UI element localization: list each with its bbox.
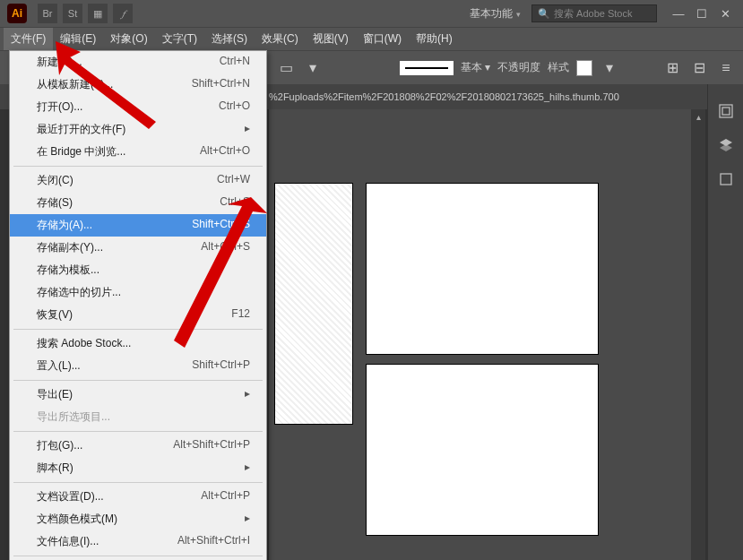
menu-edit[interactable]: 编辑(E) (53, 28, 103, 50)
chevron-down-icon[interactable]: ▾ (600, 58, 619, 78)
menu-bar: 文件(F) 编辑(E) 对象(O) 文字(T) 选择(S) 效果(C) 视图(V… (0, 27, 743, 50)
menu-view[interactable]: 视图(V) (306, 28, 356, 50)
menu-item-label: 导出(E) (37, 387, 73, 402)
menu-item-label: 最近打开的文件(F) (37, 122, 125, 137)
menu-item-label: 文档设置(D)... (37, 489, 104, 504)
stock-search-input[interactable]: 🔍 搜索 Adobe Stock (531, 4, 657, 22)
menu-item[interactable]: 存储为(A)...Shift+Ctrl+S (10, 214, 266, 237)
chevron-down-icon: ▾ (516, 10, 521, 19)
stroke-style-dropdown[interactable]: 基本 ▾ (461, 60, 490, 75)
menu-item-label: 关闭(C) (37, 173, 73, 188)
menu-item[interactable]: 搜索 Adobe Stock... (10, 332, 266, 355)
menu-item-label: 打开(O)... (37, 99, 82, 115)
submenu-arrow-icon: ▸ (245, 387, 250, 402)
properties-icon[interactable] (715, 100, 737, 122)
maximize-button[interactable]: ☐ (691, 3, 713, 24)
menu-shortcut: Alt+Ctrl+O (200, 144, 250, 159)
menu-item[interactable]: 文档颜色模式(M)▸ (10, 508, 266, 530)
menu-item[interactable]: 打包(G)...Alt+Shift+Ctrl+P (10, 435, 266, 457)
stock-icon[interactable]: St (63, 4, 82, 23)
submenu-arrow-icon: ▸ (245, 512, 250, 527)
menu-shortcut: Shift+Ctrl+P (192, 358, 250, 374)
menu-shortcut: Alt+Ctrl+P (201, 489, 250, 504)
document-tab[interactable]: %2Fuploads%2Fitem%2F201808%2F02%2F201808… (269, 91, 619, 102)
menu-item[interactable]: 从模板新建(T)...Shift+Ctrl+N (10, 73, 266, 96)
menu-item[interactable]: 存储选中的切片... (10, 281, 266, 304)
svg-rect-1 (722, 108, 730, 115)
menu-shortcut: Alt+Shift+Ctrl+I (177, 534, 250, 549)
menu-item-label: 置入(L)... (37, 358, 81, 374)
menu-shortcut: Alt+Ctrl+S (201, 240, 250, 255)
scroll-up-icon[interactable]: ▴ (691, 109, 705, 124)
menu-shortcut: Ctrl+N (220, 55, 250, 70)
menu-separator (13, 329, 263, 330)
menu-item-label: 在 Bridge 中浏览... (37, 144, 125, 159)
artboard-2[interactable] (366, 183, 599, 355)
feather-icon[interactable]: 𝑓 (113, 4, 133, 23)
menu-item[interactable]: 导出(E)▸ (10, 383, 266, 406)
file-dropdown-menu: 新建(N)...Ctrl+N从模板新建(T)...Shift+Ctrl+N打开(… (9, 50, 267, 560)
submenu-arrow-icon: ▸ (245, 461, 250, 476)
menu-type[interactable]: 文字(T) (155, 28, 204, 50)
menu-item-label: 新建(N)... (37, 55, 82, 70)
menu-item-label: 打包(G)... (37, 438, 82, 453)
menu-window[interactable]: 窗口(W) (356, 28, 409, 50)
no-selection-icon: ▭ (276, 58, 296, 78)
submenu-arrow-icon: ▸ (245, 122, 250, 137)
menu-item-label: 存储为模板... (37, 263, 99, 278)
bridge-icon[interactable]: Br (38, 4, 57, 23)
menu-shortcut: Ctrl+S (220, 195, 250, 211)
panel-menu-icon[interactable]: ≡ (716, 58, 736, 78)
menu-help[interactable]: 帮助(H) (409, 28, 460, 50)
doc-setup-icon[interactable]: ⊞ (662, 58, 682, 78)
menu-item[interactable]: 恢复(V)F12 (10, 304, 266, 326)
menu-item-label: 脚本(R) (37, 461, 73, 476)
menu-item[interactable]: 最近打开的文件(F)▸ (10, 118, 266, 141)
menu-file[interactable]: 文件(F) (4, 28, 53, 50)
menu-item[interactable]: 脚本(R)▸ (10, 457, 266, 479)
menu-shortcut: Ctrl+O (219, 99, 250, 115)
menu-item-label: 文件信息(I)... (37, 534, 99, 549)
menu-shortcut: Shift+Ctrl+N (192, 77, 250, 92)
arrange-icon[interactable]: ▦ (88, 4, 108, 23)
menu-item[interactable]: 置入(L)...Shift+Ctrl+P (10, 355, 266, 377)
artboards-icon[interactable] (715, 168, 737, 190)
menu-item[interactable]: 文件信息(I)...Alt+Shift+Ctrl+I (10, 530, 266, 553)
title-bar: Ai Br St ▦ 𝑓 基本功能▾ 🔍 搜索 Adobe Stock — ☐ … (0, 0, 743, 27)
chevron-down-icon[interactable]: ▾ (303, 58, 323, 78)
menu-item[interactable]: 在 Bridge 中浏览...Alt+Ctrl+O (10, 141, 266, 163)
menu-item-label: 存储为(A)... (37, 218, 92, 233)
menu-item[interactable]: 存储副本(Y)...Alt+Ctrl+S (10, 237, 266, 259)
style-label: 样式 (548, 60, 569, 75)
style-swatch[interactable] (576, 60, 592, 76)
menu-separator (13, 482, 263, 483)
menu-item[interactable]: 文档设置(D)...Alt+Ctrl+P (10, 486, 266, 508)
menu-item-label: 恢复(V) (37, 307, 73, 323)
stroke-preview[interactable] (400, 61, 454, 75)
menu-item[interactable]: 打开(O)...Ctrl+O (10, 96, 266, 118)
menu-item[interactable]: 新建(N)...Ctrl+N (10, 51, 266, 73)
artboard-1[interactable] (274, 183, 353, 425)
menu-item[interactable]: 存储为模板... (10, 259, 266, 281)
artboard-3[interactable] (366, 364, 599, 536)
workspace-switcher[interactable]: 基本功能▾ (470, 6, 521, 22)
menu-item-label: 文档颜色模式(M) (37, 512, 117, 527)
menu-shortcut: Alt+Shift+Ctrl+P (173, 438, 250, 453)
menu-item-label: 导出所选项目... (37, 409, 110, 425)
svg-rect-4 (721, 174, 731, 185)
menu-item-label: 从模板新建(T)... (37, 77, 113, 92)
menu-object[interactable]: 对象(O) (103, 28, 154, 50)
vertical-scrollbar[interactable]: ▴ (691, 109, 705, 560)
preferences-icon[interactable]: ⊟ (689, 58, 709, 78)
menu-item-label: 存储(S) (37, 195, 73, 211)
menu-separator (13, 556, 263, 556)
close-button[interactable]: ✕ (714, 3, 736, 24)
menu-effect[interactable]: 效果(C) (255, 28, 306, 50)
menu-item[interactable]: 关闭(C)Ctrl+W (10, 169, 266, 192)
menu-select[interactable]: 选择(S) (204, 28, 255, 50)
menu-item[interactable]: 存储(S)Ctrl+S (10, 192, 266, 214)
layers-icon[interactable] (715, 134, 737, 156)
minimize-button[interactable]: — (668, 3, 689, 24)
canvas[interactable] (269, 109, 705, 560)
opacity-label[interactable]: 不透明度 (497, 60, 540, 75)
